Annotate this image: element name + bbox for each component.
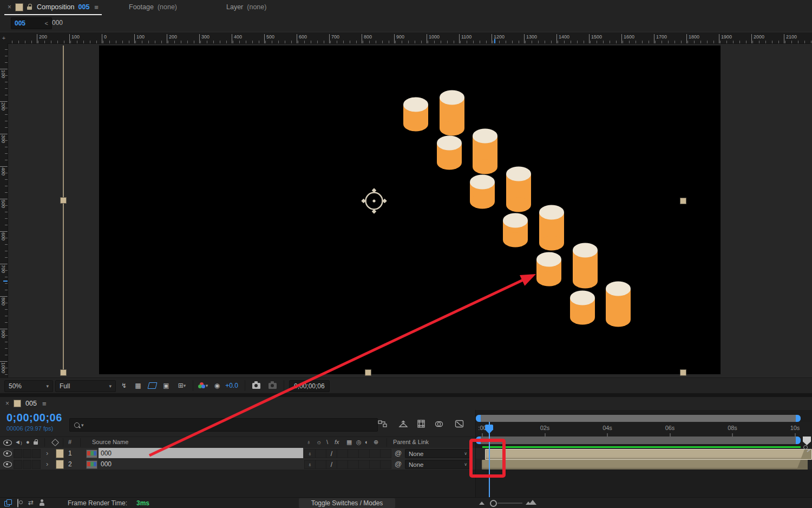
region-of-interest-button[interactable] xyxy=(146,381,158,390)
fast-previews-button[interactable]: ↯ xyxy=(118,381,130,390)
mask-visibility-button[interactable]: ▣ xyxy=(160,381,172,390)
tab-composition[interactable]: × Composition 005 ≡ xyxy=(4,0,102,15)
expand-chevron-icon[interactable]: › xyxy=(46,460,48,468)
layer-bar-2[interactable] xyxy=(482,460,808,470)
threed-cell[interactable] xyxy=(380,460,391,469)
panel-divider[interactable] xyxy=(0,393,812,397)
motion-blur-switch-icon[interactable]: ◎ xyxy=(356,439,362,446)
preview-time-display[interactable]: 0;00;00;06 xyxy=(289,380,330,392)
current-time-display[interactable]: 0;00;00;06 xyxy=(6,412,62,424)
fx-switch-cell[interactable] xyxy=(337,449,348,458)
graph-editor-button[interactable] xyxy=(454,419,466,429)
breadcrumb-layer[interactable]: 000 xyxy=(52,19,63,27)
grid-guides-button[interactable]: ⊞▾ xyxy=(174,381,189,390)
horizontal-ruler[interactable]: 2001000100200300400500600700800900100011… xyxy=(8,32,812,44)
magnification-dropdown[interactable]: 50%▾ xyxy=(4,380,53,392)
frame-blend-switch-icon[interactable]: ▦ xyxy=(346,439,352,446)
expand-chevron-icon[interactable]: › xyxy=(46,449,48,457)
label-color-swatch[interactable] xyxy=(56,460,64,469)
layer-row-2[interactable]: › 2 000 ♁ / @ None∨ xyxy=(0,459,475,470)
solo-cell[interactable] xyxy=(23,460,31,469)
visibility-eye-icon[interactable] xyxy=(3,451,12,458)
audio-cell[interactable] xyxy=(14,449,22,458)
fx-switch-cell[interactable] xyxy=(337,460,348,469)
zoom-out-frames-icon[interactable] xyxy=(479,502,484,505)
frame-blend-cell[interactable] xyxy=(348,460,359,469)
lock-cell[interactable] xyxy=(32,460,41,469)
draft-3d-button[interactable] xyxy=(397,419,409,429)
transparency-grid-button[interactable]: ▦ xyxy=(132,381,144,390)
close-tab-icon[interactable]: × xyxy=(5,400,9,407)
layer-bar-1[interactable] xyxy=(485,449,812,460)
v-ruler-label: 900 xyxy=(1,330,6,338)
time-navigator[interactable] xyxy=(476,415,801,422)
label-color-swatch[interactable] xyxy=(56,449,64,458)
zoom-slider-knob[interactable] xyxy=(490,500,497,507)
timeline-zoom-control[interactable] xyxy=(479,499,544,507)
quality-switch-cell[interactable]: / xyxy=(326,449,337,458)
timeline-scrollbar[interactable] xyxy=(476,437,801,444)
threed-switch-icon[interactable]: ⊕ xyxy=(374,439,378,446)
tab-layer[interactable]: Layer (none) xyxy=(223,0,270,14)
parent-dropdown[interactable]: None∨ xyxy=(405,449,471,458)
show-channel-button[interactable]: ▾ xyxy=(196,381,210,390)
lock-icon[interactable] xyxy=(27,4,33,10)
time-ruler[interactable]: :0002s04s06s08s10s xyxy=(476,422,812,437)
comp-marker-bin-icon[interactable] xyxy=(803,437,811,445)
threed-cell[interactable] xyxy=(380,449,391,458)
tab-footage[interactable]: Footage (none) xyxy=(126,0,180,14)
exposure-value[interactable]: +0.0 xyxy=(222,381,241,390)
audio-cell[interactable] xyxy=(14,460,22,469)
quality-switch-icon[interactable]: \ xyxy=(326,439,328,445)
collapse-switch-icon[interactable]: ☼ xyxy=(316,439,322,445)
frame-blend-cell[interactable] xyxy=(348,449,359,458)
layer-name[interactable]: 000 xyxy=(101,460,112,468)
parent-link-column-header[interactable]: Parent & Link xyxy=(393,439,429,445)
hide-shy-layers-button[interactable] xyxy=(416,419,428,429)
composition-canvas[interactable] xyxy=(99,45,721,374)
timeline-tab[interactable]: × 005 ≡ xyxy=(0,397,481,410)
expand-transfer-controls-button[interactable] xyxy=(17,499,18,507)
adjustment-cell[interactable] xyxy=(369,460,381,469)
visibility-eye-icon[interactable] xyxy=(3,461,12,469)
lightning-icon: ↯ xyxy=(121,382,127,389)
lock-cell[interactable] xyxy=(32,449,41,458)
resolution-dropdown[interactable]: Full▾ xyxy=(55,380,116,392)
parent-dropdown[interactable]: None∨ xyxy=(405,460,471,469)
frame-blending-button[interactable] xyxy=(434,419,446,429)
solo-cell[interactable] xyxy=(23,449,31,458)
snapshot-button[interactable] xyxy=(250,381,262,390)
index-column-header[interactable]: # xyxy=(68,439,71,445)
motion-blur-cell[interactable] xyxy=(358,460,370,469)
shy-switch-cell[interactable]: ♁ xyxy=(304,460,316,469)
show-snapshot-button[interactable] xyxy=(266,381,278,390)
breadcrumb-comp[interactable]: 005 xyxy=(15,19,25,27)
vertical-ruler[interactable]: 1002003004005006007008009001000 xyxy=(0,43,8,377)
expand-inout-panes-button[interactable]: ⇄ xyxy=(28,499,34,506)
close-tab-icon[interactable]: × xyxy=(8,3,11,11)
adjustment-cell[interactable] xyxy=(369,449,381,458)
quality-switch-cell[interactable]: / xyxy=(326,460,337,469)
collapse-switch-cell[interactable] xyxy=(315,460,326,469)
collapse-switch-cell[interactable] xyxy=(315,449,326,458)
adjust-exposure-button[interactable]: ◉ xyxy=(211,381,223,390)
timeline-search-input[interactable]: ▾ xyxy=(69,418,378,432)
panel-menu-icon[interactable]: ≡ xyxy=(94,3,99,11)
pick-whip-icon[interactable]: @ xyxy=(395,460,402,468)
toggle-switches-modes-button[interactable]: Toggle Switches / Modes xyxy=(299,498,395,508)
layer-name-selected[interactable]: 000 xyxy=(99,448,303,458)
comp-navigator-box[interactable]: 005 < xyxy=(11,17,52,29)
source-name-column-header[interactable]: Source Name xyxy=(92,439,128,445)
motion-blur-cell[interactable] xyxy=(358,449,370,458)
zoom-in-frames-icon[interactable] xyxy=(529,500,536,505)
ruler-origin[interactable]: + xyxy=(0,32,8,44)
shy-switch-icon[interactable]: ♁ xyxy=(306,439,311,445)
comp-mini-flowchart-button[interactable] xyxy=(377,419,389,429)
adjustment-switch-icon[interactable]: ◐ xyxy=(365,439,369,445)
layer-row-1[interactable]: › 1 000 ♁ / @ None∨ xyxy=(0,448,475,459)
panel-menu-icon[interactable]: ≡ xyxy=(42,400,47,408)
timeline-track-area[interactable]: :0002s04s06s08s10s xyxy=(475,410,812,497)
shy-switch-cell[interactable]: ♁ xyxy=(304,449,316,458)
fx-switch-icon[interactable]: fx xyxy=(335,439,339,445)
pick-whip-icon[interactable]: @ xyxy=(395,449,402,457)
